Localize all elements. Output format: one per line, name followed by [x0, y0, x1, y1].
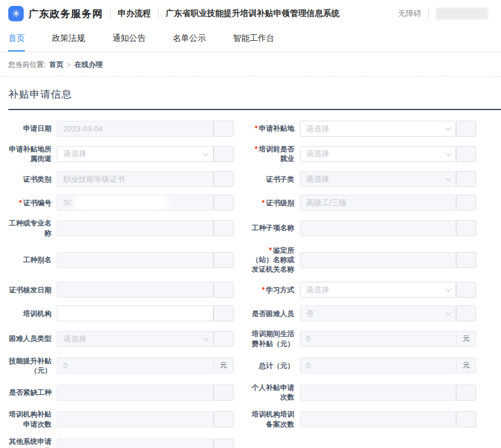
field-subsidy-place-select[interactable]: 请选择 [300, 121, 457, 137]
site-brand[interactable]: 广东政务服务网 [28, 7, 103, 21]
form-item-is-shortage-occupation: 是否紧缺工种 [6, 383, 234, 402]
field-label: 申请补贴地 [259, 124, 295, 133]
accessibility-link[interactable]: 无障碍 [398, 8, 421, 19]
unit-suffix [214, 195, 234, 211]
form-item-apply-date: 申请日期 2023-03-04 [6, 121, 234, 137]
unit-suffix [214, 121, 234, 137]
field-occupation-subitem-name-input [300, 220, 457, 236]
nav-item-publicity[interactable]: 名单公示 [173, 33, 206, 51]
field-label: 工种子项名称 [252, 224, 295, 232]
form-item-certificate-number: *证书编号 S0 [6, 195, 234, 211]
system-title: 广东省职业技能提升培训补贴申领管理信息系统 [166, 8, 340, 19]
form-item-employed-before-training: *培训前是否就业 请选择 [249, 144, 477, 163]
field-value: 0 [306, 334, 311, 343]
unit-suffix [456, 305, 476, 321]
gdzwfw-logo-icon[interactable]: ✳ [8, 6, 24, 21]
divider [110, 9, 111, 18]
field-label: 困难人员类型 [9, 334, 51, 343]
unit-suffix [456, 220, 476, 236]
field-skill-upgrade-subsidy-input: 0 [57, 357, 214, 373]
unit-suffix [456, 121, 476, 137]
field-value: 请选择 [306, 174, 329, 185]
breadcrumb-link-online-handling[interactable]: 在线办理 [75, 60, 103, 69]
field-value: 请选择 [306, 149, 329, 159]
required-asterisk: * [262, 286, 265, 294]
form-item-certificate-issue-date: 证书核发日期 [6, 282, 234, 298]
unit-suffix [214, 146, 234, 162]
chevron-down-icon [202, 335, 208, 341]
field-label: 鉴定所（站）名称或发证机关名称 [252, 246, 295, 273]
field-institution-apply-count-input [57, 411, 214, 427]
form-item-other-system-apply-count: 其他系统申请次数 [6, 437, 234, 448]
field-value: 2023-03-04 [63, 124, 103, 133]
user-name-masked[interactable] [436, 8, 488, 20]
main-nav: 首页政策法规通知公告名单公示智能工作台 [0, 27, 501, 52]
field-certificate-issue-date-input [57, 282, 214, 298]
field-other-system-apply-count-input [57, 439, 214, 448]
field-certificate-level-input: 高级工/三级 [300, 195, 457, 211]
nav-item-workbench[interactable]: 智能工作台 [233, 33, 274, 51]
unit-suffix [214, 439, 234, 448]
form-item-personal-apply-count: 个人补贴申请次数 [249, 383, 477, 402]
form-item-training-institution: 培训机构 [6, 305, 234, 321]
required-asterisk: * [255, 124, 258, 133]
field-learning-method-select[interactable]: 请选择 [300, 282, 457, 298]
nav-item-home[interactable]: 首页 [8, 33, 25, 51]
field-employed-before-training-select[interactable]: 请选择 [300, 146, 457, 162]
field-subsidy-place-street-select[interactable]: 请选择 [57, 146, 214, 162]
field-value: 请选择 [63, 149, 86, 159]
field-difficult-person-type-select: 请选择 [57, 331, 214, 347]
field-value: 职业技能等级证书 [63, 174, 125, 185]
top-header: ✳ 广东政务服务网 申办流程 广东省职业技能提升培训补贴申领管理信息系统 无障碍 [0, 0, 501, 27]
field-certificate-number-input: S0 [57, 195, 214, 211]
field-living-allowance-input: 0 [300, 331, 457, 347]
field-occupation-name-input [57, 220, 214, 236]
required-asterisk: * [19, 199, 22, 207]
field-label: 工种别名 [23, 256, 51, 264]
field-certificate-subcategory-select: 请选择 [300, 171, 457, 187]
field-value: 0 [63, 361, 67, 370]
breadcrumb-separator: > [67, 61, 70, 68]
unit-suffix: 元 [214, 357, 234, 373]
field-label: 是否紧缺工种 [9, 388, 51, 397]
unit-suffix [456, 146, 476, 162]
field-value: 0 [306, 361, 311, 370]
form-item-skill-upgrade-subsidy: 技能提升补贴（元） 0 元 [6, 356, 234, 375]
field-value: 否 [306, 308, 314, 319]
unit-suffix [456, 385, 476, 401]
unit-suffix [456, 252, 476, 268]
field-label: 培训机构培训备案次数 [252, 410, 295, 428]
breadcrumb-prefix: 您当前位置: [8, 60, 46, 70]
field-label: 个人补贴申请次数 [252, 383, 295, 401]
form-item-total-amount: 总计（元） 0 元 [249, 356, 477, 375]
unit-suffix [214, 252, 234, 268]
header-right: 无障碍 [398, 8, 488, 20]
field-value: 请选择 [306, 285, 329, 295]
field-occupation-alias-input [57, 252, 214, 268]
field-value: 请选择 [306, 124, 329, 134]
divider [428, 9, 429, 18]
chevron-down-icon [202, 150, 208, 156]
nav-item-policy[interactable]: 政策法规 [52, 33, 85, 51]
masked-value-overlay [75, 196, 165, 210]
unit-suffix [456, 195, 476, 211]
field-value: 请选择 [63, 334, 86, 344]
field-label: 培训机构补贴申请次数 [9, 410, 51, 428]
field-is-shortage-occupation-input [57, 385, 214, 401]
field-label: 申请日期 [23, 124, 51, 133]
chevron-down-icon [445, 310, 451, 315]
breadcrumb: 您当前位置: 首页>在线办理 [0, 52, 501, 77]
unit-suffix [214, 305, 234, 321]
unit-suffix [456, 282, 476, 298]
field-label: 培训机构 [23, 310, 51, 318]
field-label: 证书类别 [23, 175, 51, 183]
chevron-down-icon [445, 125, 451, 131]
field-training-institution-input[interactable] [57, 305, 214, 321]
breadcrumb-link-home[interactable]: 首页 [49, 60, 63, 69]
field-label: 证书编号 [23, 199, 51, 207]
field-apply-date-input: 2023-03-04 [57, 121, 214, 137]
form-item-subsidy-place: *申请补贴地 请选择 [249, 121, 477, 137]
unit-suffix [214, 385, 234, 401]
field-institution-record-count-input [300, 411, 457, 427]
nav-item-notice[interactable]: 通知公告 [112, 33, 146, 51]
